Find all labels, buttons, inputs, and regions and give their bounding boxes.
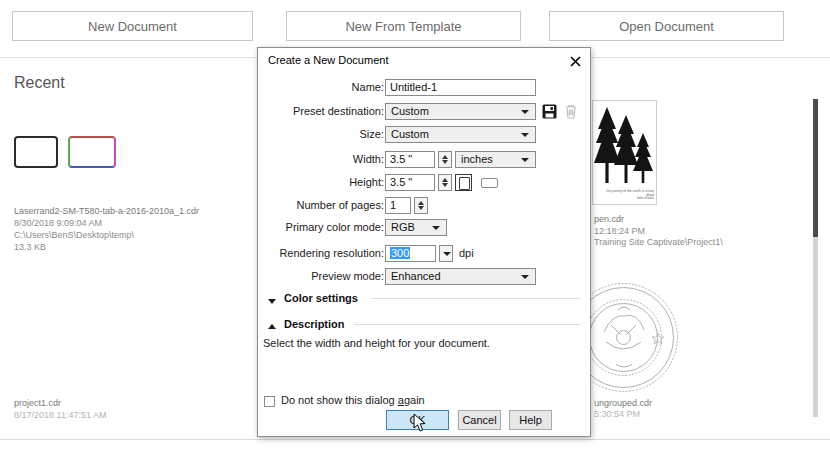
color-mode-select[interactable]: RGB [385, 219, 447, 236]
new-from-template-button[interactable]: New From Template [286, 11, 521, 41]
description-text: Select the width and height for your doc… [263, 337, 490, 349]
dpi-label: dpi [459, 245, 474, 262]
height-input[interactable]: 3.5 " [385, 174, 435, 191]
number-of-pages-label: Number of pages: [297, 197, 384, 214]
ok-button[interactable]: OK [386, 410, 449, 430]
seal-star-icon [652, 333, 664, 344]
preset-destination-select[interactable]: Custom [385, 103, 536, 120]
open-document-button[interactable]: Open Document [549, 11, 784, 41]
primary-color-mode-label: Primary color mode: [286, 219, 384, 236]
help-button[interactable]: Help [509, 410, 552, 430]
preview-mode-select[interactable]: Enhanced [385, 268, 536, 285]
height-label: Height: [349, 174, 384, 191]
bottom-divider [0, 439, 830, 440]
recent-file2-date: 8/17/2018 11:47:51 AM [14, 409, 106, 421]
width-label: Width: [353, 151, 384, 168]
recent-file4-date: 5:30:54 PM [594, 408, 640, 420]
recent-file2-name: project1.cdr [14, 397, 61, 409]
app-window: New Document New From Template Open Docu… [0, 0, 830, 467]
close-icon[interactable] [566, 52, 584, 70]
recent-thumbnail-trees[interactable]: the poetry of the earth is never dead Jo… [592, 100, 657, 205]
preview-mode-label: Preview mode: [311, 268, 384, 285]
description-rule [354, 324, 580, 325]
recent-file1-date: 8/30/2018 9:09:04 AM [14, 217, 102, 229]
name-input[interactable]: Untitled-1 [385, 79, 536, 96]
name-label: Name: [352, 79, 384, 96]
recent-file3-path: Training Site Captivate\Project1\ [594, 236, 723, 248]
height-stepper[interactable] [438, 174, 452, 191]
pages-input[interactable]: 1 [385, 197, 411, 214]
recent-thumbnail-1[interactable] [14, 136, 58, 168]
new-document-button[interactable]: New Document [12, 11, 253, 41]
pine-trees-image [593, 101, 656, 189]
recent-heading: Recent [14, 74, 65, 92]
size-select[interactable]: Custom [385, 126, 536, 143]
recent-file3-name: pen.cdr [594, 213, 624, 225]
dialog-title: Create a New Document [268, 54, 388, 66]
create-new-document-dialog: Create a New Document Name: Untitled-1 P… [257, 47, 591, 437]
color-settings-rule [371, 298, 580, 299]
delete-preset-icon[interactable] [564, 103, 578, 119]
preset-destination-label: Preset destination: [293, 103, 384, 120]
pages-stepper[interactable] [414, 197, 428, 214]
selected-text: 300 [390, 247, 410, 259]
resolution-dropdown-button[interactable] [439, 245, 453, 262]
width-stepper[interactable] [438, 151, 452, 168]
recent-file1-path: C:\Users\BenS\Desktop\temp\ [14, 229, 134, 241]
resolution-input[interactable]: 300 [385, 245, 436, 262]
scrollbar-track[interactable] [813, 99, 818, 417]
do-not-show-checkbox[interactable] [264, 396, 275, 407]
units-select[interactable]: inches [455, 151, 536, 168]
description-section[interactable]: Description [284, 318, 345, 330]
rendering-resolution-label: Rendering resolution: [279, 245, 384, 262]
width-input[interactable]: 3.5 " [385, 151, 435, 168]
size-label: Size: [360, 126, 384, 143]
recent-file1-name: Laserrand2-SM-T580-tab-a-2016-2010a_1.cd… [14, 205, 199, 217]
description-expand-icon [268, 324, 276, 329]
save-preset-icon[interactable] [542, 104, 557, 119]
portrait-orientation-button[interactable] [455, 174, 472, 191]
portrait-icon [459, 177, 470, 190]
do-not-show-label: Do not show this dialog again [281, 394, 425, 406]
scrollbar-thumb[interactable] [813, 99, 818, 237]
landscape-orientation-button[interactable] [481, 178, 498, 188]
tree-thumbnail-caption: the poetry of the earth is never dead Jo… [604, 189, 654, 200]
recent-thumbnail-2[interactable] [68, 136, 116, 168]
recent-file1-size: 13.3 KB [14, 241, 46, 253]
color-settings-section[interactable]: Color settings [284, 292, 358, 304]
color-settings-collapse-icon [268, 299, 276, 304]
cancel-button[interactable]: Cancel [458, 410, 501, 430]
